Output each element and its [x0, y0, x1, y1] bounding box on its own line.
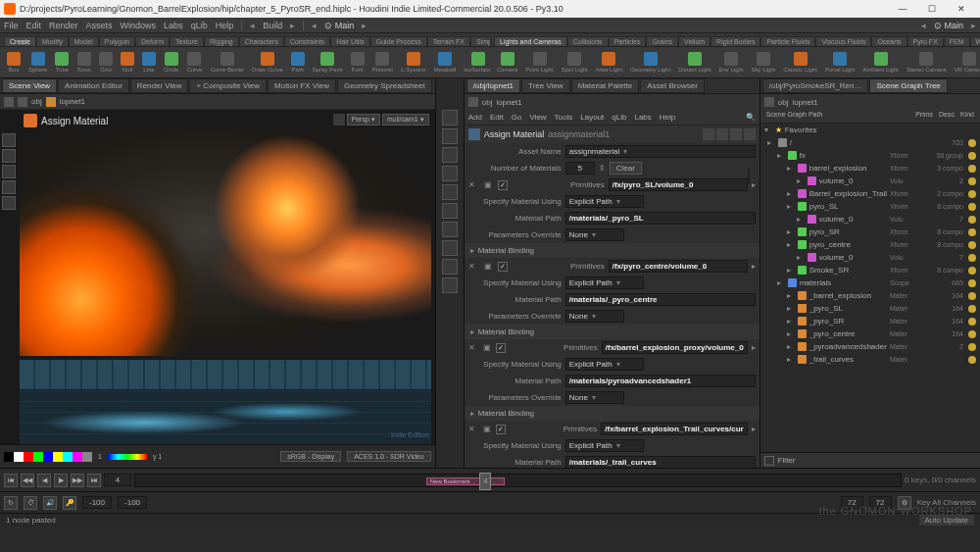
- shelf-tab[interactable]: Hair Utils: [330, 36, 369, 46]
- section-binding[interactable]: Material Binding: [465, 406, 760, 421]
- using-dropdown[interactable]: Explicit Path: [565, 276, 644, 289]
- primitives-input[interactable]: /fx/barrel_explosion_Trail_curves/cur: [601, 423, 747, 435]
- rotate-tool[interactable]: [2, 165, 16, 178]
- enable-checkbox[interactable]: [496, 425, 506, 434]
- primitives-input[interactable]: /fx/barrel_explosion_proxy/volume_0: [602, 341, 748, 354]
- path-obj[interactable]: obj: [482, 98, 493, 107]
- shelf-tool[interactable]: Sky Light: [749, 51, 779, 74]
- material-path-input[interactable]: /materials/_trail_curves: [565, 456, 756, 468]
- tree-row[interactable]: ▸_pyro_SLMater164: [760, 302, 980, 315]
- realtime-icon[interactable]: ⏱: [24, 496, 37, 510]
- toolbar-icon[interactable]: [442, 222, 458, 237]
- tab-network[interactable]: /obj/lopnet1: [466, 78, 520, 93]
- timeline-scrub[interactable]: New Bookmark 4: [134, 474, 902, 487]
- play-forward[interactable]: ▶: [54, 474, 68, 487]
- tree-row[interactable]: ▸pyro_SRXform8 compo: [760, 226, 980, 238]
- shelf-tab[interactable]: Pyro FX: [907, 36, 944, 46]
- step-back[interactable]: ◀◀: [21, 474, 34, 487]
- tab[interactable]: Tree View: [521, 78, 570, 93]
- tree-row[interactable]: ▸/703: [760, 136, 980, 149]
- gradient-bar[interactable]: [108, 454, 147, 460]
- menu-qlib[interactable]: qLib: [191, 21, 208, 30]
- history-icon[interactable]: [18, 97, 27, 107]
- menu-help[interactable]: Help: [216, 21, 234, 30]
- shelf-tab[interactable]: Rigid Bodies: [710, 36, 760, 46]
- camera-dropdown[interactable]: Persp ▾: [347, 114, 380, 125]
- tree-row[interactable]: ▸volume_0Volu2: [760, 175, 980, 187]
- shelf-tool[interactable]: Line: [139, 51, 159, 74]
- pin-icon[interactable]: [764, 97, 774, 107]
- section-binding[interactable]: Material Binding: [465, 243, 760, 258]
- path-node[interactable]: lopnet1: [60, 97, 85, 106]
- shelf-tool[interactable]: L-System: [398, 51, 428, 74]
- audio-icon[interactable]: 🔊: [43, 496, 57, 510]
- gear-icon[interactable]: [703, 128, 714, 140]
- param-menu[interactable]: Layout: [580, 113, 604, 122]
- material-path-input[interactable]: /materials/_pyro_centre: [565, 293, 756, 306]
- toolbar-icon[interactable]: [442, 184, 458, 200]
- shelf-tool[interactable]: Portal Light: [822, 51, 858, 74]
- override-dropdown[interactable]: None: [565, 228, 624, 241]
- shelf-tool[interactable]: Path: [288, 51, 308, 74]
- tab[interactable]: Material Palette: [571, 78, 640, 93]
- enable-checkbox[interactable]: [496, 343, 506, 353]
- tree-row[interactable]: ▸_barrel_explosionMater164: [760, 289, 980, 302]
- close-button[interactable]: ✕: [947, 4, 976, 14]
- radial-label-2[interactable]: ⊙ Main: [934, 21, 963, 30]
- param-menu[interactable]: Go: [512, 113, 522, 122]
- radial-next-2[interactable]: ▸: [971, 21, 976, 30]
- display-transform[interactable]: sRGB - Display: [280, 451, 341, 462]
- shelf-tab[interactable]: FEM: [944, 36, 970, 46]
- path-node[interactable]: lopnet1: [792, 98, 817, 107]
- shelf-tab[interactable]: Deform: [135, 36, 170, 46]
- shelf-tool[interactable]: Env Light: [715, 51, 746, 74]
- move-tool[interactable]: [2, 149, 16, 163]
- shelf-tab[interactable]: Polygon: [99, 36, 135, 46]
- menu-labs[interactable]: Labs: [164, 21, 183, 30]
- desktop-next[interactable]: ▸: [290, 21, 295, 30]
- favorites[interactable]: Favorites: [785, 125, 817, 134]
- menu-file[interactable]: File: [4, 21, 19, 30]
- shelf-tab[interactable]: Lights and Cameras: [494, 36, 567, 46]
- shelf-tab[interactable]: Terrain FX: [427, 36, 470, 46]
- shelf-tab[interactable]: Collisions: [567, 36, 609, 46]
- tree-row[interactable]: ▸materialsScope665: [760, 276, 980, 289]
- shelf-tool[interactable]: Metaball: [431, 51, 460, 74]
- shelf-tool[interactable]: Grid: [96, 51, 116, 74]
- tab[interactable]: + Composite View: [189, 78, 267, 93]
- range-start[interactable]: -100: [82, 496, 112, 509]
- shelf-tool[interactable]: Geometry Light: [627, 51, 673, 74]
- material-path-input[interactable]: /materials/_pyro_SL: [565, 212, 756, 225]
- radial-label[interactable]: ⊙ Main: [324, 21, 354, 30]
- shelf-tab[interactable]: Model: [69, 36, 99, 46]
- minimize-button[interactable]: —: [888, 4, 917, 14]
- filter-checkbox[interactable]: [764, 456, 774, 466]
- path-obj[interactable]: obj: [778, 98, 789, 107]
- param-menu[interactable]: Edit: [490, 113, 504, 122]
- tree-row[interactable]: ▸volume_0Volu7: [760, 213, 980, 226]
- menu-windows[interactable]: Windows: [121, 21, 157, 30]
- frame-input[interactable]: 4: [104, 474, 131, 486]
- expand-arrow[interactable]: ▸: [752, 343, 756, 352]
- path-obj[interactable]: obj: [31, 97, 42, 106]
- expand-arrow[interactable]: ▸: [752, 262, 756, 271]
- tab-scene-graph[interactable]: Scene Graph Tree: [869, 78, 947, 93]
- shelf-tab-create[interactable]: Create: [4, 36, 36, 46]
- toolbar-icon[interactable]: [442, 277, 458, 293]
- enable-checkbox[interactable]: [498, 262, 508, 272]
- primitives-input[interactable]: /fx/pyro_SL/volume_0: [609, 178, 748, 191]
- param-menu[interactable]: Help: [660, 113, 675, 122]
- playhead[interactable]: 4: [479, 473, 491, 490]
- color-swatches[interactable]: [4, 452, 92, 462]
- col-header[interactable]: Desc: [937, 110, 956, 123]
- col-header[interactable]: Kind: [958, 110, 976, 123]
- desktop-prev[interactable]: ◂: [250, 21, 255, 30]
- primitives-input[interactable]: /fx/pyro_centre/volume_0: [609, 260, 748, 273]
- shelf-tab[interactable]: Characters: [239, 36, 284, 46]
- key-icon[interactable]: 🔑: [63, 496, 76, 510]
- play-back[interactable]: ◀: [37, 474, 51, 487]
- pin-icon[interactable]: [744, 128, 756, 140]
- toolbar-icon[interactable]: [442, 128, 458, 144]
- toolbar-icon[interactable]: [442, 110, 458, 125]
- shelf-tab[interactable]: Viscous Fluids: [815, 36, 871, 46]
